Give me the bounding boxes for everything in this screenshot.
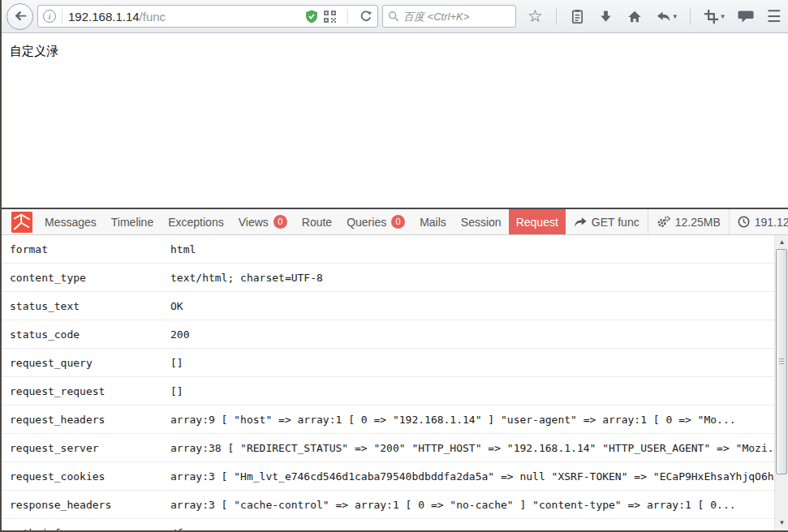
row-value: html (170, 243, 774, 255)
toolbar-separator (556, 8, 557, 24)
urlbar-separator-2 (347, 9, 348, 24)
tab-queries[interactable]: Queries 0 (339, 209, 412, 234)
row-key: request_query (2, 357, 170, 369)
row-key: content_type (2, 272, 170, 284)
route-label: GET func (592, 216, 639, 229)
row-key: response_headers (2, 499, 170, 511)
tab-views[interactable]: Views 0 (231, 209, 295, 234)
table-row: request_headers array:9 [ "host" => arra… (2, 405, 774, 434)
debugbar-header: Messages Timeline Exceptions Views 0 Rou… (2, 208, 788, 235)
laravel-logo-icon[interactable] (11, 212, 32, 233)
tab-exceptions[interactable]: Exceptions (161, 209, 230, 234)
gears-icon (657, 216, 670, 228)
page-text: 自定义渌 (2, 34, 786, 59)
row-key: request_cookies (2, 470, 170, 483)
row-key: request_headers (2, 414, 170, 426)
reload-icon[interactable] (360, 10, 372, 23)
scrollbar[interactable]: ▲ ▼ (774, 235, 788, 529)
qr-code-icon[interactable] (324, 11, 336, 23)
row-value: array:3 [ "Hm_lvt_e746cd546d1caba79540bd… (170, 470, 774, 483)
request-time: 191.12ms (755, 216, 788, 229)
table-row: status_text OK (2, 292, 774, 320)
tab-label: Queries (347, 216, 386, 229)
info-icon[interactable]: i (43, 10, 56, 23)
crop-caret-icon[interactable]: ▾ (721, 12, 725, 20)
search-icon (388, 11, 399, 22)
tab-label: Exceptions (168, 216, 223, 229)
row-value: [] (170, 357, 774, 369)
urlbar-separator (62, 9, 62, 24)
tab-request[interactable]: Request (509, 209, 566, 234)
table-row: request_server array:38 [ "REDIRECT_STAT… (2, 434, 774, 462)
tab-timeline[interactable]: Timeline (104, 209, 161, 234)
home-icon[interactable] (627, 9, 643, 24)
row-key: request_server (2, 442, 170, 454)
debugbar: Messages Timeline Exceptions Views 0 Rou… (2, 208, 788, 532)
scrollbar-up-icon[interactable]: ▲ (775, 235, 788, 248)
table-row: content_type text/html; charset=UTF-8 (2, 264, 774, 292)
chat-bubble-icon[interactable] (738, 9, 754, 24)
tab-label: Timeline (111, 216, 153, 229)
row-value: [] (170, 385, 774, 397)
row-key: request_request (2, 385, 170, 397)
table-row: request_request [] (2, 377, 774, 405)
tab-route[interactable]: Route (295, 209, 339, 234)
search-box[interactable] (382, 5, 516, 28)
row-value: OK (170, 300, 774, 312)
row-value: array:3 [ "cache-control" => array:1 [ 0… (170, 499, 774, 511)
row-value: text/html; charset=UTF-8 (170, 272, 774, 284)
table-row: status_code 200 (2, 320, 774, 349)
table-row: format html (2, 235, 774, 264)
tab-session[interactable]: Session (454, 209, 509, 234)
tab-badge: 0 (391, 215, 405, 229)
toolbar-separator-2 (690, 8, 691, 24)
row-key: format (2, 243, 170, 255)
row-key: status_code (2, 328, 170, 341)
url-text[interactable]: 192.168.1.14/func (68, 10, 305, 24)
table-row: response_headers array:3 [ "cache-contro… (2, 491, 774, 519)
tab-mails[interactable]: Mails (412, 209, 454, 234)
row-value: array:38 [ "REDIRECT_STATUS" => "200" "H… (170, 442, 774, 454)
table-row: path_info /func (2, 519, 774, 530)
undo-caret-icon[interactable]: ▾ (673, 12, 677, 20)
tab-label: Request (516, 216, 558, 229)
url-host: 192.168.1.14 (68, 10, 140, 24)
tab-badge: 0 (273, 215, 287, 229)
tab-label: Session (461, 216, 502, 229)
url-path: /func (140, 10, 166, 24)
search-input[interactable] (403, 11, 510, 23)
browser-toolbar: i 192.168.1.14/func (0, 0, 788, 33)
clock-icon (738, 216, 750, 228)
bookmark-star-icon[interactable]: ☆ (527, 8, 543, 24)
row-value: array:9 [ "host" => array:1 [ 0 => "192.… (170, 414, 774, 426)
bookmarks-panel-icon[interactable] (570, 9, 585, 24)
debugbar-body: format html content_type text/html; char… (2, 235, 788, 530)
table-row: request_cookies array:3 [ "Hm_lvt_e746cd… (2, 462, 774, 491)
share-arrow-icon (574, 217, 587, 228)
undo-icon[interactable] (656, 10, 671, 24)
memory-segment: 12.25MB (648, 209, 729, 234)
debugbar-tabs: Messages Timeline Exceptions Views 0 Rou… (37, 209, 566, 234)
row-value: 200 (170, 328, 774, 341)
download-icon[interactable] (598, 9, 614, 24)
shield-security-icon[interactable] (305, 10, 318, 24)
tab-label: Mails (420, 216, 446, 229)
crop-tool-icon[interactable] (704, 9, 719, 24)
memory-usage: 12.25MB (675, 216, 721, 229)
back-button[interactable] (6, 3, 33, 30)
row-key: status_text (2, 300, 170, 312)
menu-hamburger-icon[interactable]: ☰ (767, 8, 782, 24)
time-segment: 191.12ms (729, 209, 788, 234)
tab-label: Messages (45, 216, 97, 229)
scrollbar-thumb[interactable] (776, 249, 787, 474)
tab-messages[interactable]: Messages (37, 209, 104, 234)
table-row: request_query [] (2, 349, 774, 377)
scrollbar-down-icon[interactable]: ▼ (775, 516, 788, 529)
back-arrow-icon (13, 9, 28, 24)
url-bar[interactable]: i 192.168.1.14/func (37, 5, 378, 28)
tab-label: Views (239, 216, 269, 229)
route-segment: GET func (566, 209, 648, 234)
window-left-edge (0, 0, 2, 532)
tab-label: Route (302, 216, 332, 229)
page-content: 自定义渌 (2, 34, 786, 208)
